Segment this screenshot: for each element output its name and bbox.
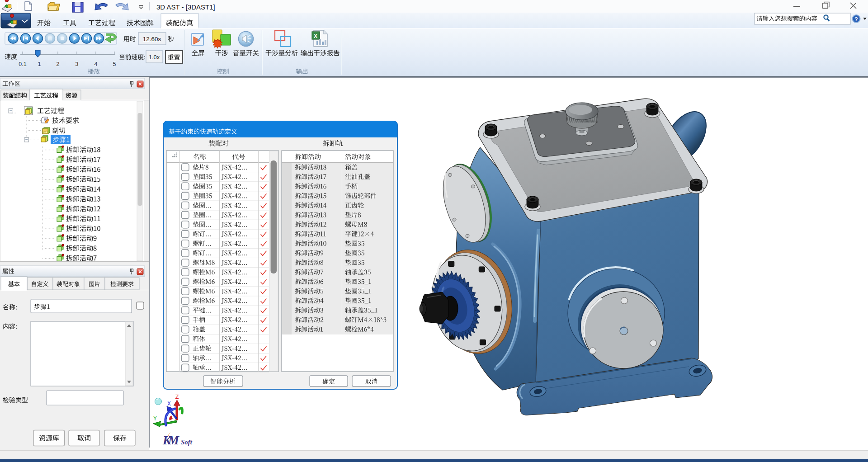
svg-text:Y: Y xyxy=(153,416,157,422)
svg-text:Soft: Soft xyxy=(181,438,193,446)
svg-text:?: ? xyxy=(854,16,858,23)
svg-text:2: 2 xyxy=(57,61,60,67)
svg-text:3: 3 xyxy=(75,61,79,67)
svg-text:12.60s: 12.60s xyxy=(143,36,161,42)
svg-text:X: X xyxy=(314,33,317,39)
svg-text:1: 1 xyxy=(38,61,41,67)
svg-text:M: M xyxy=(168,434,179,447)
svg-text:1.0x: 1.0x xyxy=(149,54,160,61)
svg-text:5: 5 xyxy=(113,61,116,67)
svg-text:3D AST - [3DAST1]: 3D AST - [3DAST1] xyxy=(156,3,215,11)
svg-text:0.1: 0.1 xyxy=(19,61,26,67)
svg-text:Z: Z xyxy=(175,394,179,401)
svg-text:X: X xyxy=(167,401,171,407)
svg-text:4: 4 xyxy=(94,61,98,67)
